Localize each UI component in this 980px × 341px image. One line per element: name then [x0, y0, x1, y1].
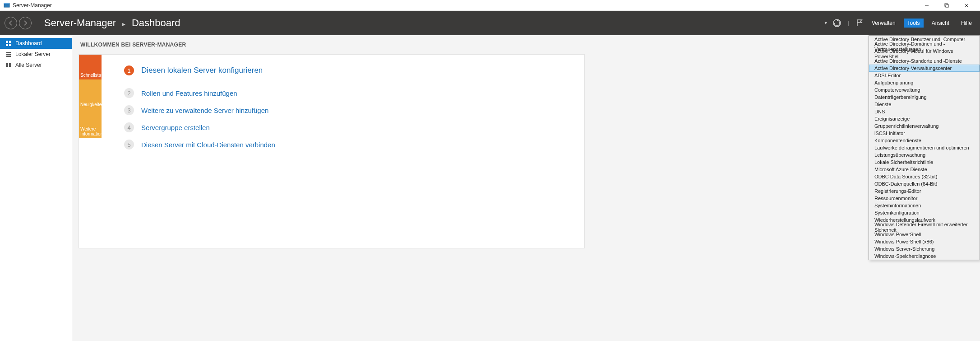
window-title: Server-Manager — [13, 2, 917, 9]
tools-menu-item[interactable]: Komponentendienste — [869, 137, 980, 144]
step-link[interactable]: Diesen Server mit Cloud-Diensten verbind… — [141, 141, 275, 149]
step-link[interactable]: Diesen lokalen Server konfigurieren — [141, 66, 263, 75]
tools-menu-item[interactable]: Systeminformationen — [869, 202, 980, 209]
svg-rect-14 — [6, 56, 11, 57]
step-create-group[interactable]: 4 Servergruppe erstellen — [124, 121, 584, 134]
step-number: 4 — [124, 122, 134, 132]
tools-menu-item[interactable]: Windows Defender Firewall mit erweiterte… — [869, 224, 980, 231]
tools-menu-item[interactable]: Microsoft Azure-Dienste — [869, 166, 980, 173]
sidebar: Dashboard Lokaler Server Alle Server — [0, 35, 72, 341]
sidebar-item-label: Alle Server — [15, 62, 42, 68]
svg-rect-13 — [6, 54, 11, 55]
tools-menu-item[interactable]: Computerverwaltung — [869, 86, 980, 93]
tools-menu-item[interactable]: Lokale Sicherheitsrichtlinie — [869, 159, 980, 166]
close-button[interactable] — [957, 0, 976, 11]
breadcrumb: Server-Manager ▸ Dashboard — [44, 17, 180, 29]
tools-menu-item[interactable]: Ereignisanzeige — [869, 115, 980, 122]
tools-menu-item[interactable]: Aufgabenplanung — [869, 79, 980, 86]
maximize-button[interactable] — [937, 0, 957, 11]
tools-menu-item[interactable]: ADSI-Editor — [869, 72, 980, 79]
step-link[interactable]: Servergruppe erstellen — [141, 124, 210, 131]
step-number: 1 — [124, 65, 134, 75]
breadcrumb-separator: ▸ — [122, 20, 125, 28]
tools-menu-item[interactable]: ODBC Data Sources (32-bit) — [869, 173, 980, 180]
breadcrumb-page: Dashboard — [132, 17, 180, 29]
dashboard-icon — [5, 40, 12, 47]
tools-menu-item[interactable]: Active Directory-Verwaltungscenter — [869, 65, 980, 72]
server-icon — [5, 51, 12, 57]
sidebar-item-dashboard[interactable]: Dashboard — [0, 38, 72, 49]
tools-menu-item[interactable]: Gruppenrichtlinienverwaltung — [869, 122, 980, 130]
chevron-down-icon[interactable]: ▼ — [824, 21, 828, 25]
tools-menu-item[interactable]: Windows-Speicherdiagnose — [869, 252, 980, 260]
tools-menu-item[interactable]: Systemkonfiguration — [869, 209, 980, 216]
header-ribbon: Server-Manager ▸ Dashboard ▼ | Verwalten… — [0, 11, 980, 35]
step-add-roles[interactable]: 2 Rollen und Features hinzufügen — [124, 86, 584, 100]
tab-weitere-info[interactable]: Weitere Informationen — [79, 109, 102, 138]
tools-dropdown-menu: Active Directory-Benutzer und -ComputerA… — [869, 35, 980, 260]
tools-menu-item[interactable]: DNS — [869, 108, 980, 115]
main-content: WILLKOMMEN BEI SERVER-MANAGER Schnellsta… — [72, 35, 980, 341]
tools-menu-item[interactable]: iSCSI-Initiator — [869, 130, 980, 137]
nav-back-button[interactable] — [5, 17, 17, 29]
svg-rect-15 — [6, 63, 8, 67]
tools-menu-item[interactable]: Ressourcenmonitor — [869, 195, 980, 202]
step-cloud-connect[interactable]: 5 Diesen Server mit Cloud-Diensten verbi… — [124, 138, 584, 151]
menu-verwalten[interactable]: Verwalten — [868, 19, 899, 28]
servers-icon — [5, 62, 12, 68]
tools-menu-item[interactable]: Windows PowerShell (x86) — [869, 238, 980, 245]
svg-rect-4 — [946, 5, 948, 7]
tools-menu-item[interactable]: Laufwerke defragmentieren und optimieren — [869, 144, 980, 151]
step-link[interactable]: Rollen und Features hinzufügen — [141, 89, 237, 97]
step-number: 5 — [124, 140, 134, 149]
menu-tools[interactable]: Tools — [904, 19, 924, 28]
tools-menu-item[interactable]: Leistungsüberwachung — [869, 151, 980, 159]
nav-forward-button[interactable] — [19, 17, 32, 29]
separator: | — [848, 20, 849, 26]
svg-rect-11 — [9, 44, 11, 46]
app-icon — [4, 2, 10, 9]
minimize-button[interactable] — [917, 0, 937, 11]
svg-rect-12 — [6, 52, 11, 53]
tools-menu-item[interactable]: Datenträgerbereinigung — [869, 93, 980, 101]
tools-menu-item[interactable]: Dienste — [869, 101, 980, 108]
tools-menu-item[interactable]: Windows Server-Sicherung — [869, 245, 980, 252]
step-link[interactable]: Weitere zu verwaltende Server hinzufügen — [141, 107, 268, 114]
window-titlebar: Server-Manager — [0, 0, 980, 11]
step-configure-server[interactable]: 1 Diesen lokalen Server konfigurieren — [124, 64, 584, 77]
tab-schnellstart[interactable]: Schnellstart — [79, 55, 102, 79]
tools-menu-item[interactable]: Registrierungs-Editor — [869, 187, 980, 195]
refresh-icon[interactable] — [832, 19, 841, 28]
tools-menu-item[interactable]: Active Directory-Modul für Windows Power… — [869, 50, 980, 57]
svg-rect-10 — [6, 44, 8, 46]
sidebar-item-label: Dashboard — [15, 40, 42, 47]
welcome-heading: WILLKOMMEN BEI SERVER-MANAGER — [80, 42, 980, 48]
sidebar-item-local-server[interactable]: Lokaler Server — [0, 49, 72, 60]
sidebar-item-all-servers[interactable]: Alle Server — [0, 60, 72, 70]
step-number: 3 — [124, 105, 134, 115]
flag-icon[interactable] — [855, 19, 864, 27]
tab-neuigkeiten[interactable]: Neuigkeiten — [79, 79, 102, 109]
step-number: 2 — [124, 88, 134, 98]
svg-rect-8 — [6, 41, 8, 43]
sidebar-item-label: Lokaler Server — [15, 51, 51, 57]
quickstart-panel: Schnellstart Neuigkeiten Weitere Informa… — [79, 54, 585, 248]
tools-menu-item[interactable]: ODBC-Datenquellen (64-Bit) — [869, 180, 980, 187]
menu-hilfe[interactable]: Hilfe — [957, 19, 975, 28]
breadcrumb-app: Server-Manager — [44, 17, 116, 29]
svg-rect-9 — [9, 41, 11, 43]
svg-rect-1 — [4, 3, 9, 4]
svg-rect-16 — [9, 63, 11, 67]
step-add-servers[interactable]: 3 Weitere zu verwaltende Server hinzufüg… — [124, 103, 584, 117]
menu-ansicht[interactable]: Ansicht — [928, 19, 953, 28]
